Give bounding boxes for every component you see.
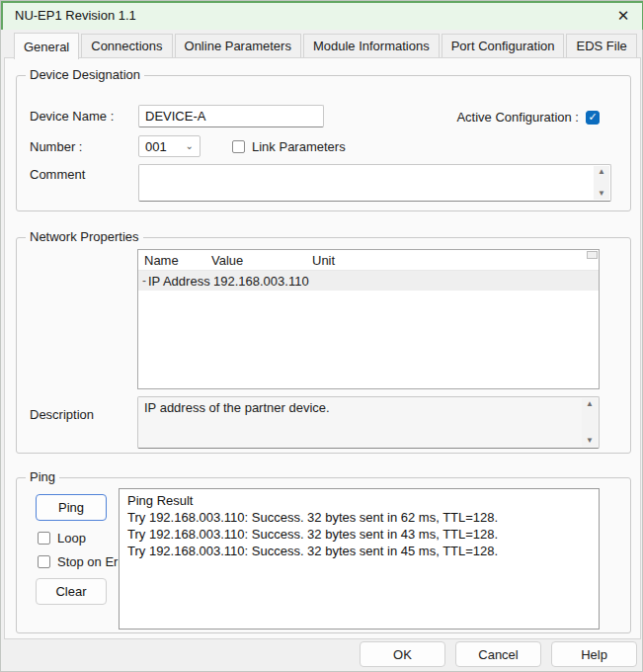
active-configuration-checkbox[interactable]: ✓: [586, 111, 600, 125]
help-button[interactable]: Help: [551, 641, 637, 667]
comment-input[interactable]: ▲ ▼: [138, 164, 611, 202]
tab-port-configuration[interactable]: Port Configuration: [442, 34, 565, 58]
ping-result-line: Try 192.168.003.110: Success. 32 bytes s…: [127, 509, 591, 526]
link-parameters-checkbox[interactable]: [232, 140, 245, 153]
row-name: IP Address: [148, 274, 213, 289]
loop-label: Loop: [57, 531, 86, 546]
description-scrollbar[interactable]: ▲ ▼: [582, 398, 598, 447]
active-configuration-row: Active Configuration : ✓: [456, 110, 600, 125]
cancel-button-label: Cancel: [478, 647, 518, 662]
scroll-down-icon[interactable]: ▼: [586, 437, 594, 445]
ok-button[interactable]: OK: [360, 641, 445, 667]
description-label: Description: [30, 407, 94, 422]
loop-checkbox[interactable]: [38, 532, 50, 545]
column-header-value[interactable]: Value: [211, 253, 312, 268]
loop-row: Loop: [38, 531, 86, 546]
network-properties-legend: Network Properties: [26, 229, 143, 245]
ping-result-line: Try 192.168.003.110: Success. 32 bytes s…: [127, 526, 591, 543]
row-value: 192.168.003.110: [213, 274, 599, 289]
ping-result-line: Ping Result: [127, 492, 591, 509]
description-value: IP address of the partner device.: [144, 400, 579, 415]
active-configuration-label: Active Configuration :: [456, 110, 579, 125]
table-row[interactable]: - IP Address 192.168.003.110: [138, 271, 599, 291]
ping-result-line: Try 192.168.003.110: Success. 32 bytes s…: [127, 543, 591, 559]
tab-module-informations[interactable]: Module Informations: [303, 34, 440, 58]
close-icon[interactable]: ✕: [614, 7, 632, 25]
column-header-name[interactable]: Name: [138, 253, 211, 268]
check-icon: ✓: [588, 112, 597, 123]
ping-group: Ping Ping Loop Stop on Error Clear Ping …: [16, 477, 631, 633]
ping-result-box[interactable]: Ping Result Try 192.168.003.110: Success…: [119, 488, 600, 630]
device-designation-legend: Device Designation: [26, 67, 144, 83]
ping-legend: Ping: [26, 469, 59, 485]
dialog-window: NU-EP1 Revision 1.1 ✕ General Connection…: [0, 0, 643, 672]
network-properties-group: Network Properties Name Value Unit - IP …: [16, 237, 631, 454]
scroll-up-icon[interactable]: ▲: [586, 400, 594, 408]
collapse-icon[interactable]: -: [138, 274, 148, 288]
titlebar: NU-EP1 Revision 1.1 ✕: [1, 1, 643, 30]
link-parameters-row: Link Parameters: [232, 139, 346, 154]
tab-online-parameters[interactable]: Online Parameters: [175, 34, 301, 58]
link-parameters-label: Link Parameters: [252, 139, 346, 154]
table-scroll-corner: [587, 251, 598, 259]
number-label: Number :: [30, 139, 82, 154]
device-name-label: Device Name :: [30, 109, 114, 124]
scroll-down-icon[interactable]: ▼: [598, 190, 605, 198]
ok-button-label: OK: [393, 647, 412, 662]
number-value: 001: [145, 139, 167, 154]
ping-button[interactable]: Ping: [36, 494, 107, 521]
tab-eds-file[interactable]: EDS File: [566, 34, 636, 58]
help-button-label: Help: [581, 647, 607, 662]
footer-button-bar: OK Cancel Help: [1, 637, 642, 671]
clear-button-label: Clear: [55, 584, 86, 599]
stop-on-error-checkbox[interactable]: [38, 555, 50, 568]
device-name-value: DEVICE-A: [145, 109, 205, 124]
comment-label: Comment: [30, 167, 85, 182]
device-name-input[interactable]: DEVICE-A: [138, 105, 324, 127]
tab-general[interactable]: General: [14, 33, 79, 59]
chevron-down-icon: ⌄: [186, 142, 194, 150]
scroll-up-icon[interactable]: ▲: [598, 168, 605, 176]
description-box: IP address of the partner device. ▲ ▼: [137, 396, 600, 449]
column-header-unit[interactable]: Unit: [312, 253, 599, 268]
tab-bar: General Connections Online Parameters Mo…: [3, 34, 642, 58]
clear-button[interactable]: Clear: [36, 578, 107, 605]
cancel-button[interactable]: Cancel: [455, 641, 541, 667]
device-designation-group: Device Designation Device Name : DEVICE-…: [16, 75, 631, 211]
tab-page-general: Device Designation Device Name : DEVICE-…: [4, 57, 641, 639]
number-dropdown[interactable]: 001 ⌄: [138, 135, 201, 157]
ping-button-label: Ping: [58, 500, 84, 515]
comment-scrollbar[interactable]: ▲ ▼: [594, 166, 609, 200]
network-properties-table: Name Value Unit - IP Address 192.168.003…: [137, 249, 600, 389]
table-header-row: Name Value Unit: [138, 250, 599, 271]
window-title: NU-EP1 Revision 1.1: [15, 8, 614, 23]
tab-connections[interactable]: Connections: [81, 34, 172, 58]
